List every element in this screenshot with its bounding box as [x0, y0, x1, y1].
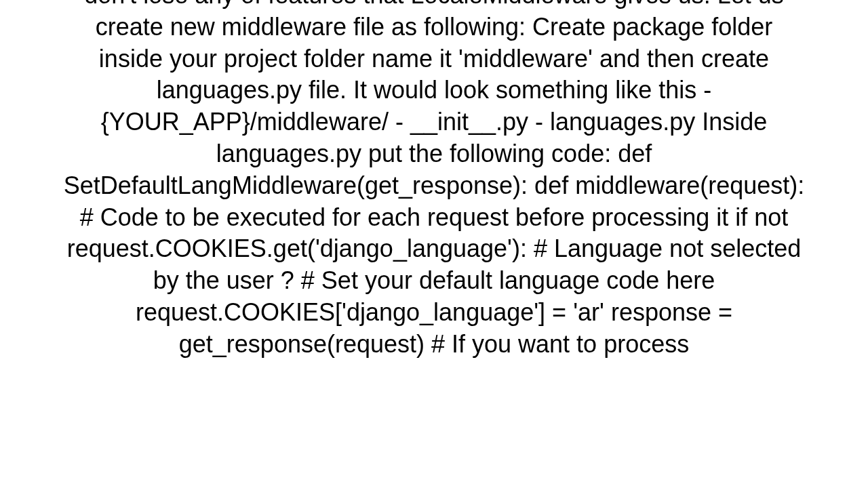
- document-text: don't lose any of features that LocaleMi…: [61, 0, 807, 361]
